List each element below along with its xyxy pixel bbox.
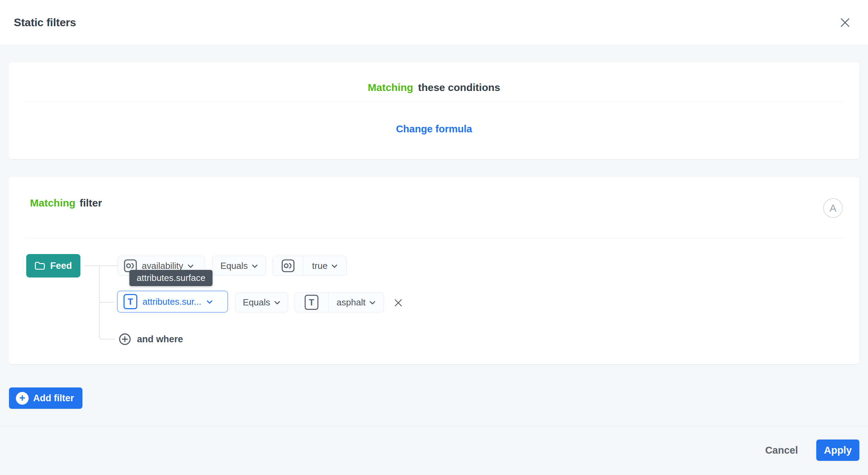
close-button[interactable] [837,14,853,30]
chevron-down-icon [369,301,375,305]
cancel-button[interactable]: Cancel [765,445,798,456]
chevron-down-icon [252,264,258,268]
chevron-down-icon [188,264,194,268]
plus-icon: + [16,392,29,405]
tree-connector [100,302,114,303]
circle-plus-icon [119,333,131,345]
chevron-down-icon [207,300,213,304]
matching-label: Matching [30,197,76,209]
boolean-type-icon [273,256,303,275]
page-title: Static filters [14,16,76,29]
filter-condition-tree: Feed [9,254,859,357]
operator-label: Equals [243,297,270,308]
attribute-label: attributes.sur... [142,296,201,307]
divider [24,238,844,238]
operator-dropdown-row1[interactable]: Equals [212,256,266,276]
matching-label: Matching [368,82,413,93]
chevron-down-icon [274,301,280,305]
remove-condition-button[interactable] [392,297,404,309]
apply-button[interactable]: Apply [816,439,859,461]
attribute-dropdown-row2-active[interactable]: T attributes.sur... [117,291,228,313]
operator-label: Equals [220,261,248,271]
add-filter-label: Add filter [33,393,74,404]
add-condition-button[interactable]: and where [119,333,183,346]
value-label: true [312,261,328,271]
filter-title-rest: filter [80,197,102,209]
attribute-label: availability [142,261,183,271]
filter-card-title: Matchingfilter [30,197,102,209]
add-filter-button[interactable]: + Add filter [9,387,82,409]
formula-card-title: Matchingthese conditions [9,62,859,93]
add-condition-label: and where [137,334,183,345]
filter-card: Matchingfilter A Feed [9,177,859,364]
value-label: asphalt [337,297,366,308]
tree-connector [99,266,115,340]
static-filters-modal: Static filters Matchingthese conditions … [0,0,868,475]
divider [24,102,844,102]
formula-title-rest: these conditions [418,82,500,93]
operator-dropdown-row2[interactable]: Equals [235,292,288,312]
feed-root-label: Feed [50,261,72,271]
formula-card: Matchingthese conditions Change formula [9,62,859,159]
text-type-icon: T [124,294,137,309]
value-dropdown-row2[interactable]: T asphalt [295,292,384,312]
value-dropdown-row1[interactable]: true [273,256,347,276]
modal-header: Static filters [0,0,868,45]
modal-body: Matchingthese conditions Change formula … [0,45,868,425]
chevron-down-icon [332,264,337,268]
folder-icon [34,261,45,270]
feed-root-button[interactable]: Feed [26,254,80,277]
attribute-tooltip: attributes.surface [129,270,213,286]
modal-footer: Cancel Apply [0,425,868,475]
filter-letter-badge: A [823,198,843,218]
close-icon [840,17,850,28]
change-formula-link[interactable]: Change formula [396,123,472,135]
remove-x-icon [394,298,403,307]
text-type-icon: T [295,293,328,312]
